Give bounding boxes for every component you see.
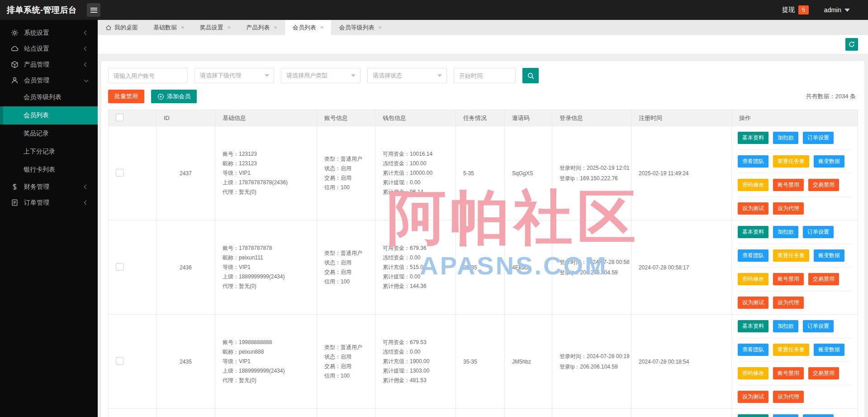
action-button[interactable]: 账变数据 [814, 344, 844, 356]
sidebar-item-label: 财务管理 [24, 183, 49, 191]
action-button[interactable]: 交易禁用 [808, 367, 839, 379]
cell-text-line: 账号：17878787878 [223, 244, 317, 253]
action-button[interactable]: 重置任务量 [773, 155, 809, 168]
search-button[interactable] [522, 68, 539, 83]
status-select[interactable]: 请选择状态 [367, 68, 447, 83]
cell-text-lines: 可用资金：679.36冻结资金：0.00累计充值：515.00累计提现：0.00… [383, 244, 455, 291]
sidebar-subitem[interactable]: 会员列表 [0, 106, 98, 125]
action-button[interactable]: 订单设置 [803, 320, 834, 332]
sidebar-subitem[interactable]: 银行卡列表 [0, 161, 98, 179]
sidebar-item-4[interactable]: 会员管理 [0, 72, 98, 88]
sidebar-item-5[interactable]: 财务管理 [0, 179, 98, 195]
action-button[interactable]: 基本资料 [738, 132, 768, 144]
sidebar-subitem[interactable]: 会员等级列表 [0, 88, 98, 106]
action-button[interactable]: 重置任务量 [773, 344, 809, 356]
action-button[interactable]: 账号禁用 [773, 179, 804, 191]
cell-text-line: 交易：启用 [324, 268, 375, 277]
action-button[interactable]: 基本资料 [738, 226, 768, 238]
sidebar-subitem[interactable]: 奖品记录 [0, 125, 98, 143]
sidebar-subitem[interactable]: 上下分记录 [0, 143, 98, 161]
start-time-input[interactable] [454, 68, 516, 83]
user-type-select[interactable]: 请选择用户类型 [281, 68, 360, 83]
tab-label: 会员列表 [293, 24, 316, 32]
tab-1[interactable]: 我的桌面 [98, 20, 146, 35]
hamburger-menu-button[interactable] [87, 3, 100, 17]
cell-text-line: 登录时间：2024-07-28 00:19 [560, 351, 631, 362]
filter-bar: 请选择下级代理请选择用户类型请选择状态 [108, 68, 858, 83]
sidebar-item-6[interactable]: 订单管理 [0, 195, 98, 211]
action-button[interactable]: 密码修改 [738, 273, 768, 285]
sidebar-subitem-label: 上下分记录 [24, 148, 55, 156]
cell-text-line: 上级：1889999999(2434) [223, 366, 317, 376]
action-button[interactable]: 交易禁用 [808, 179, 839, 191]
action-button[interactable]: 加扣款 [773, 414, 798, 417]
tab-close-icon[interactable]: × [378, 24, 382, 30]
action-button[interactable]: 设为代理 [773, 297, 804, 309]
refresh-button[interactable] [845, 38, 858, 51]
tab-2[interactable]: 基础数据× [146, 20, 192, 35]
total-count: 共有数据：2034 条 [806, 92, 858, 101]
user-menu[interactable]: admin [824, 6, 850, 14]
action-button-row: 查看团队重置任务量账变数据 [738, 150, 851, 173]
tab-close-icon[interactable]: × [320, 24, 324, 30]
action-button[interactable]: 设为测试 [738, 391, 768, 403]
action-button[interactable]: 订单设置 [803, 226, 834, 238]
select-all-checkbox[interactable] [116, 114, 123, 121]
tab-close-icon[interactable]: × [228, 24, 231, 30]
wallet-info-cell: 可用资金：679.36冻结资金：0.00累计充值：515.00累计提现：0.00… [375, 220, 456, 315]
tab-close-icon[interactable]: × [181, 24, 185, 30]
tab-close-icon[interactable]: × [274, 24, 277, 30]
action-button[interactable]: 基本资料 [738, 320, 768, 332]
action-button[interactable]: 基本资料 [738, 414, 768, 417]
action-button-row: 基本资料加扣款订单设置 [738, 126, 851, 150]
cell-text-line: 累计充值：515.00 [383, 263, 455, 272]
cell-text-line: 代理：暂无(0) [223, 376, 317, 385]
account-input[interactable] [108, 68, 188, 83]
cell-text-line: 类型：普通用户 [324, 343, 375, 352]
sidebar-item-1[interactable]: 系统设置 [0, 25, 98, 41]
sidebar-item-2[interactable]: 站点设置 [0, 41, 98, 57]
action-button[interactable]: 设为测试 [738, 202, 768, 215]
chevron-down-icon [437, 74, 442, 77]
action-button[interactable]: 查看团队 [738, 155, 768, 168]
action-button[interactable]: 密码修改 [738, 179, 768, 191]
action-button[interactable]: 重置任务量 [773, 249, 809, 262]
tab-6[interactable]: 会员等级列表× [331, 20, 389, 35]
sidebar-item-3[interactable]: 产品管理 [0, 57, 98, 72]
invite-code-cell: SqGgXS [505, 126, 552, 220]
add-member-button[interactable]: 添加会员 [151, 90, 197, 103]
username: admin [824, 6, 841, 14]
cell-text-line: 可用资金：10016.14 [383, 149, 455, 159]
action-button[interactable]: 密码修改 [738, 367, 768, 379]
action-button[interactable]: 订单设置 [803, 414, 834, 417]
action-button[interactable]: 账变数据 [814, 155, 844, 168]
action-button[interactable]: 账号禁用 [773, 367, 804, 379]
tab-3[interactable]: 奖品设置× [192, 20, 239, 35]
tab-5[interactable]: 会员列表× [285, 20, 332, 35]
action-button[interactable]: 设为代理 [773, 202, 804, 215]
action-button[interactable]: 加扣款 [773, 132, 798, 144]
action-button[interactable]: 设为测试 [738, 297, 768, 309]
tab-4[interactable]: 产品列表× [238, 20, 285, 35]
row-checkbox[interactable] [116, 263, 123, 271]
column-header: 任务情况 [456, 110, 505, 126]
action-button[interactable]: 交易禁用 [808, 273, 839, 285]
action-button[interactable]: 账变数据 [814, 249, 844, 262]
action-button[interactable]: 账号禁用 [773, 273, 804, 285]
action-button[interactable]: 设为代理 [773, 391, 804, 403]
batch-disable-button[interactable]: 批量禁用 [108, 90, 144, 103]
action-button[interactable]: 加扣款 [773, 226, 798, 238]
sidebar-item-label: 订单管理 [24, 199, 49, 207]
app-title: 排单系统-管理后台 [0, 5, 81, 15]
withdraw-link[interactable]: 提现 5 [782, 5, 809, 14]
row-checkbox[interactable] [116, 357, 123, 365]
row-checkbox[interactable] [116, 169, 123, 177]
action-button[interactable]: 查看团队 [738, 249, 768, 262]
action-button[interactable]: 查看团队 [738, 344, 768, 356]
agent-select[interactable]: 请选择下级代理 [194, 68, 274, 83]
cell-text-lines: 类型：普通用户状态：启用交易：启用信用：100 [324, 343, 375, 381]
action-bar: 批量禁用 添加会员 共有数据：2034 条 [108, 90, 858, 103]
action-button[interactable]: 加扣款 [773, 320, 798, 332]
cell-text-line: 状态：启用 [324, 258, 375, 268]
action-button[interactable]: 订单设置 [803, 132, 834, 144]
